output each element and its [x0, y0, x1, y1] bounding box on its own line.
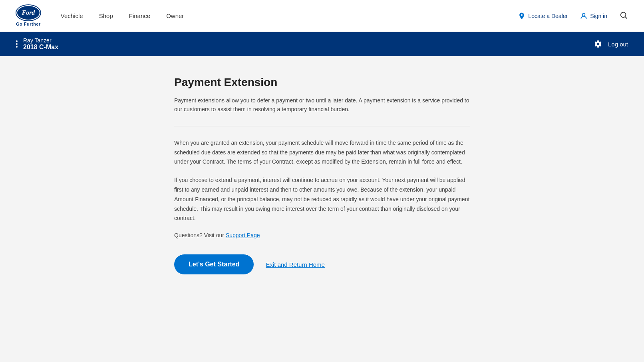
dot-1 [16, 40, 18, 42]
sub-header-left: Ray Tanzer 2018 C-Max [16, 37, 58, 51]
ford-oval-logo: Ford [16, 5, 40, 20]
sub-header-right: Log out [594, 40, 628, 48]
search-icon [619, 11, 628, 20]
main-content: Payment Extension Payment extensions all… [166, 56, 478, 306]
support-page-link[interactable]: Support Page [226, 232, 260, 238]
questions-prefix: Questions? Visit our [174, 232, 226, 238]
sign-in-label: Sign in [590, 13, 607, 19]
body-text-2: If you choose to extend a payment, inter… [174, 176, 470, 223]
dot-2 [16, 43, 18, 45]
nav-right-actions: Locate a Dealer Sign in [518, 11, 628, 21]
locate-dealer-link[interactable]: Locate a Dealer [518, 12, 568, 20]
locate-dealer-label: Locate a Dealer [528, 13, 568, 19]
page-title: Payment Extension [174, 76, 470, 89]
nav-item-shop[interactable]: Shop [99, 12, 113, 19]
exit-return-home-button[interactable]: Exit and Return Home [266, 261, 325, 268]
svg-line-2 [625, 17, 627, 18]
settings-icon[interactable] [594, 40, 602, 48]
content-divider [174, 126, 470, 126]
menu-dots-button[interactable] [16, 40, 18, 48]
nav-item-vehicle[interactable]: Vechicle [61, 12, 83, 19]
nav-links: Vechicle Shop Finance Owner [61, 12, 518, 19]
user-info: Ray Tanzer 2018 C-Max [23, 37, 58, 51]
nav-item-owner[interactable]: Owner [166, 12, 184, 19]
user-icon [580, 12, 588, 20]
location-pin-icon [518, 12, 526, 20]
nav-item-finance[interactable]: Finance [129, 12, 150, 19]
user-name: Ray Tanzer [23, 37, 58, 44]
get-started-button[interactable]: Let's Get Started [174, 254, 254, 274]
sign-in-link[interactable]: Sign in [580, 12, 607, 20]
logo[interactable]: Ford Go Further [16, 5, 41, 26]
ford-logo-text: Ford [22, 9, 35, 16]
go-further-tagline: Go Further [16, 22, 41, 26]
top-navigation: Ford Go Further Vechicle Shop Finance Ow… [0, 0, 644, 32]
logout-link[interactable]: Log out [608, 41, 628, 48]
questions-text: Questions? Visit our Support Page [174, 232, 470, 238]
body-text-1: When you are granted an extension, your … [174, 138, 470, 167]
search-button[interactable] [619, 11, 628, 21]
sub-header: Ray Tanzer 2018 C-Max Log out [0, 32, 644, 56]
svg-point-1 [621, 12, 626, 17]
intro-text: Payment extensions allow you to defer a … [174, 96, 470, 114]
user-vehicle: 2018 C-Max [23, 44, 58, 51]
svg-point-0 [582, 13, 585, 16]
action-buttons: Let's Get Started Exit and Return Home [174, 254, 470, 274]
dot-3 [16, 46, 18, 48]
